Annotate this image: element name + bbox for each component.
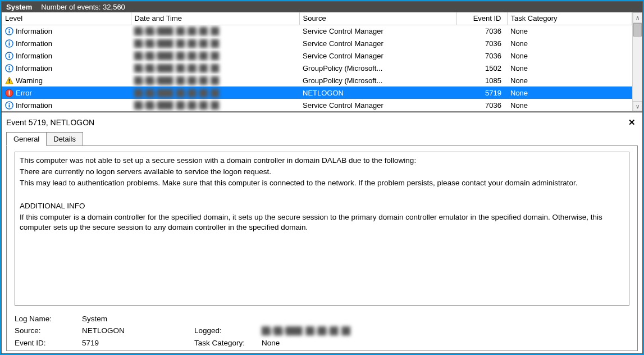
vertical-scrollbar[interactable]: ∧ ∨ <box>632 12 642 111</box>
date-text: ██/██/████ ██:██:██ ██ <box>134 39 218 48</box>
event-id-text: 7036 <box>456 25 507 37</box>
prop-logname-key: Log Name: <box>15 315 82 323</box>
detail-title: Event 5719, NETLOGON <box>6 118 94 127</box>
prop-taskcat-key: Task Category: <box>194 339 262 347</box>
titlebar: System Number of events: 32,560 <box>2 2 642 12</box>
column-header-row[interactable]: Level Date and Time Source Event ID Task… <box>2 12 632 25</box>
level-text: Information <box>16 39 52 48</box>
svg-rect-13 <box>9 79 10 81</box>
task-text: None <box>507 74 632 87</box>
tab-general-body: This computer was not able to set up a s… <box>6 146 638 351</box>
prop-eventid-key: Event ID: <box>15 339 82 347</box>
svg-rect-14 <box>9 82 10 83</box>
source-text: Service Control Manager <box>299 99 456 111</box>
event-description[interactable]: This computer was not able to set up a s… <box>15 152 629 306</box>
level-text: Information <box>16 27 52 35</box>
source-text: Service Control Manager <box>299 49 456 62</box>
table-row[interactable]: Warning██/██/████ ██:██:██ ██GroupPolicy… <box>2 74 632 87</box>
task-text: None <box>507 62 632 74</box>
prop-eventid-val: 5719 <box>82 339 194 347</box>
info-icon <box>5 39 13 48</box>
task-text: None <box>507 25 632 37</box>
svg-rect-16 <box>9 90 10 94</box>
col-event-id[interactable]: Event ID <box>456 12 507 25</box>
prop-source-key: Source: <box>15 326 82 335</box>
source-text: GroupPolicy (Microsoft... <box>299 74 456 87</box>
col-level[interactable]: Level <box>2 12 131 25</box>
task-text: None <box>507 37 632 49</box>
tab-general[interactable]: General <box>6 132 47 146</box>
date-text: ██/██/████ ██:██:██ ██ <box>134 76 218 85</box>
task-text: None <box>507 87 632 99</box>
error-icon <box>5 89 13 97</box>
prop-logname-val: System <box>82 315 194 323</box>
event-properties: Log Name: System Source: NETLOGON Logged… <box>15 315 629 347</box>
level-text: Information <box>16 64 52 72</box>
col-source[interactable]: Source <box>299 12 456 25</box>
table-row[interactable]: Information██/██/████ ██:██:██ ██Service… <box>2 99 632 111</box>
source-text: Service Control Manager <box>299 37 456 49</box>
svg-rect-1 <box>9 30 10 33</box>
event-grid[interactable]: Level Date and Time Source Event ID Task… <box>2 12 632 111</box>
svg-rect-4 <box>9 43 10 45</box>
table-row[interactable]: Information██/██/████ ██:██:██ ██Service… <box>2 25 632 37</box>
date-text: ██/██/████ ██:██:██ ██ <box>134 64 218 72</box>
svg-rect-11 <box>9 66 10 67</box>
detail-header: Event 5719, NETLOGON ✕ <box>6 115 638 131</box>
warn-icon <box>5 76 13 85</box>
col-date[interactable]: Date and Time <box>131 12 299 25</box>
tab-details[interactable]: Details <box>46 132 83 145</box>
date-text: ██/██/████ ██:██:██ ██ <box>134 89 218 97</box>
event-viewer-window: System Number of events: 32,560 Level Da… <box>1 1 643 354</box>
prop-taskcat-val: None <box>262 339 430 347</box>
event-grid-wrap: Level Date and Time Source Event ID Task… <box>2 12 642 112</box>
event-id-text: 7036 <box>456 99 507 111</box>
info-icon <box>5 64 13 72</box>
svg-rect-19 <box>9 104 10 107</box>
close-detail-button[interactable]: ✕ <box>626 117 638 128</box>
level-text: Information <box>16 52 52 60</box>
svg-rect-2 <box>9 29 10 30</box>
task-text: None <box>507 49 632 62</box>
scroll-thumb[interactable] <box>633 23 642 37</box>
source-text: Service Control Manager <box>299 25 456 37</box>
svg-rect-17 <box>9 94 10 95</box>
table-row[interactable]: Information██/██/████ ██:██:██ ██Service… <box>2 37 632 49</box>
info-icon <box>5 101 13 110</box>
svg-rect-20 <box>9 103 10 104</box>
detail-pane: Event 5719, NETLOGON ✕ General Details T… <box>2 112 642 353</box>
task-text: None <box>507 99 632 111</box>
event-id-text: 7036 <box>456 49 507 62</box>
level-text: Warning <box>16 76 43 85</box>
detail-tabs: General Details <box>6 132 638 146</box>
event-id-text: 7036 <box>456 37 507 49</box>
event-id-text: 1085 <box>456 74 507 87</box>
prop-source-val: NETLOGON <box>82 326 194 335</box>
col-task[interactable]: Task Category <box>507 12 632 25</box>
date-text: ██/██/████ ██:██:██ ██ <box>134 27 218 35</box>
table-row[interactable]: Information██/██/████ ██:██:██ ██GroupPo… <box>2 62 632 74</box>
event-id-text: 5719 <box>456 87 507 99</box>
svg-rect-10 <box>9 67 10 70</box>
info-icon <box>5 52 13 60</box>
prop-logged-val: ██/██/████ ██:██:██ ██ <box>262 326 430 335</box>
scroll-up-button[interactable]: ∧ <box>633 12 642 22</box>
scroll-down-button[interactable]: ∨ <box>633 101 642 111</box>
date-text: ██/██/████ ██:██:██ ██ <box>134 52 218 60</box>
svg-rect-8 <box>9 53 10 54</box>
prop-logged-key: Logged: <box>194 326 262 335</box>
level-text: Error <box>16 89 32 97</box>
log-name: System <box>6 3 32 11</box>
source-text: GroupPolicy (Microsoft... <box>299 62 456 74</box>
svg-rect-5 <box>9 41 10 42</box>
source-text: NETLOGON <box>299 87 456 99</box>
event-id-text: 1502 <box>456 62 507 74</box>
table-row[interactable]: Information██/██/████ ██:██:██ ██Service… <box>2 49 632 62</box>
level-text: Information <box>16 101 52 110</box>
info-icon <box>5 27 13 35</box>
svg-rect-7 <box>9 55 10 58</box>
event-count: Number of events: 32,560 <box>41 3 125 11</box>
table-row[interactable]: Error██/██/████ ██:██:██ ██NETLOGON5719N… <box>2 87 632 99</box>
date-text: ██/██/████ ██:██:██ ██ <box>134 101 218 110</box>
